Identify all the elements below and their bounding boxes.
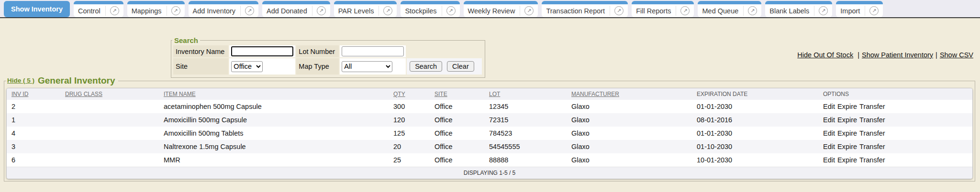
lot-number-label: Lot Number — [296, 45, 339, 57]
open-new-window-icon[interactable]: ↗ — [383, 6, 392, 15]
cell-expiration-date: 08-01-2016 — [692, 113, 818, 127]
cell-site: Office — [430, 127, 484, 140]
expire-action-link[interactable]: Expire — [837, 116, 857, 124]
open-new-window-icon[interactable]: ↗ — [446, 6, 456, 15]
cell-inv-id: 6 — [7, 153, 60, 167]
tab-add-donated[interactable]: Add Donated↗ — [262, 1, 330, 17]
cell-options: EditExpireTransfer — [818, 140, 972, 153]
table-row: 3Naltrexone 1.5mg Capsule20Office5454555… — [7, 140, 972, 153]
open-new-window-icon[interactable]: ↗ — [748, 6, 757, 15]
transfer-action-link[interactable]: Transfer — [859, 116, 885, 124]
expire-action-link[interactable]: Expire — [837, 129, 857, 137]
cell-expiration-date: 01-01-2030 — [692, 100, 818, 113]
cell-lot: 784523 — [484, 127, 567, 140]
map-type-label: Map Type — [296, 58, 339, 75]
open-new-window-icon[interactable]: ↗ — [614, 6, 624, 15]
tab-weekly-review[interactable]: Weekly Review↗ — [464, 1, 538, 17]
tab-stockpiles[interactable]: Stockpiles↗ — [401, 1, 459, 17]
tab-top-accent — [127, 1, 185, 4]
cell-manufacturer: Glaxo — [567, 100, 692, 113]
hide-out-of-stock-link[interactable]: Hide Out Of Stock — [797, 51, 853, 59]
inventory-name-input[interactable] — [231, 46, 293, 56]
column-header-drug-class[interactable]: DRUG CLASS — [60, 88, 159, 100]
tab-show-inventory[interactable]: Show Inventory — [4, 1, 70, 17]
column-header-site[interactable]: SITE — [430, 88, 484, 100]
lot-number-input[interactable] — [342, 46, 404, 56]
tab-import[interactable]: Import↗ — [836, 1, 883, 17]
open-new-window-icon[interactable]: ↗ — [524, 6, 534, 15]
tab-separator — [442, 6, 442, 16]
tab-separator — [610, 6, 610, 16]
transfer-action-link[interactable]: Transfer — [859, 129, 885, 137]
tab-label: Fill Reports — [636, 7, 671, 15]
general-inventory-legend: Hide ( 5 )General Inventory — [6, 75, 118, 86]
edit-action-link[interactable]: Edit — [823, 156, 835, 164]
column-header-item-name[interactable]: ITEM NAME — [159, 88, 389, 100]
open-new-window-icon[interactable]: ↗ — [680, 6, 690, 15]
show-patient-inventory-link[interactable]: Show Patient Inventory — [862, 51, 933, 59]
tab-top-accent — [632, 1, 694, 4]
table-row: 4Amoxicillin 500mg Tablets125Office78452… — [7, 127, 972, 140]
inventory-name-label: Inventory Name — [173, 45, 228, 57]
open-new-window-icon[interactable]: ↗ — [317, 6, 326, 15]
cell-options: EditExpireTransfer — [818, 127, 972, 140]
link-separator: | — [935, 51, 937, 59]
cell-site: Office — [430, 140, 484, 153]
tab-med-queue[interactable]: Med Queue↗ — [698, 1, 761, 17]
tab-control[interactable]: Control↗ — [74, 1, 123, 17]
tab-mappings[interactable]: Mappings↗ — [127, 1, 185, 17]
cell-item-name: Naltrexone 1.5mg Capsule — [159, 140, 389, 153]
edit-action-link[interactable]: Edit — [823, 103, 835, 110]
expire-action-link[interactable]: Expire — [837, 143, 857, 150]
tab-add-inventory[interactable]: Add Inventory↗ — [189, 1, 258, 17]
tab-separator — [814, 6, 814, 16]
expire-action-link[interactable]: Expire — [837, 103, 857, 110]
column-header-qty[interactable]: QTY — [389, 88, 430, 100]
tab-par-levels[interactable]: PAR Levels↗ — [334, 1, 397, 17]
open-new-window-icon[interactable]: ↗ — [171, 6, 180, 15]
table-row: 6MMR25Office88888Glaxo10-01-2030EditExpi… — [7, 153, 972, 167]
cell-drug-class — [60, 140, 159, 153]
cell-options: EditExpireTransfer — [818, 153, 972, 167]
search-button[interactable]: Search — [410, 61, 442, 72]
tab-separator — [865, 6, 865, 16]
tab-separator — [379, 6, 379, 16]
hide-count-link[interactable]: Hide ( 5 ) — [7, 77, 34, 84]
quick-links: Hide Out Of Stock|Show Patient Inventory… — [797, 51, 973, 59]
open-new-window-icon[interactable]: ↗ — [869, 6, 879, 15]
cell-qty: 125 — [389, 127, 430, 140]
column-header-lot[interactable]: LOT — [484, 88, 567, 100]
cell-item-name: Amoxicillin 500mg Capsule — [159, 113, 389, 127]
paging-status: DISPLAYING 1-5 / 5 — [7, 167, 972, 179]
clear-button[interactable]: Clear — [447, 61, 474, 72]
tab-transaction-report[interactable]: Transaction Report↗ — [542, 1, 628, 17]
search-grid: Inventory Name Lot Number Site Office Ma… — [172, 44, 483, 75]
cell-drug-class — [60, 113, 159, 127]
edit-action-link[interactable]: Edit — [823, 116, 835, 124]
search-grid-filler — [407, 45, 482, 57]
cell-expiration-date: 01-01-2030 — [692, 127, 818, 140]
expire-action-link[interactable]: Expire — [837, 156, 857, 164]
tab-blank-labels[interactable]: Blank Labels↗ — [765, 1, 832, 17]
tab-fill-reports[interactable]: Fill Reports↗ — [632, 1, 694, 17]
cell-qty: 300 — [389, 100, 430, 113]
tab-label: Blank Labels — [769, 7, 809, 15]
general-inventory-title: General Inventory — [38, 75, 115, 85]
column-header-manufacturer[interactable]: MANUFACTURER — [567, 88, 692, 100]
tab-separator — [312, 6, 312, 16]
inventory-table-footer: DISPLAYING 1-5 / 5 — [7, 167, 972, 179]
transfer-action-link[interactable]: Transfer — [859, 103, 885, 110]
show-csv-link[interactable]: Show CSV — [940, 51, 973, 59]
transfer-action-link[interactable]: Transfer — [859, 156, 885, 164]
column-header-inv-id[interactable]: INV ID — [7, 88, 60, 100]
table-row: 2acetaminophen 500mg Capsule300Office123… — [7, 100, 972, 113]
site-select[interactable]: Office — [231, 61, 263, 72]
cell-lot: 72315 — [484, 113, 567, 127]
open-new-window-icon[interactable]: ↗ — [245, 6, 254, 15]
transfer-action-link[interactable]: Transfer — [859, 143, 885, 150]
map-type-select[interactable]: All — [342, 61, 392, 72]
open-new-window-icon[interactable]: ↗ — [819, 6, 828, 15]
edit-action-link[interactable]: Edit — [823, 129, 835, 137]
edit-action-link[interactable]: Edit — [823, 143, 835, 150]
open-new-window-icon[interactable]: ↗ — [110, 6, 119, 15]
